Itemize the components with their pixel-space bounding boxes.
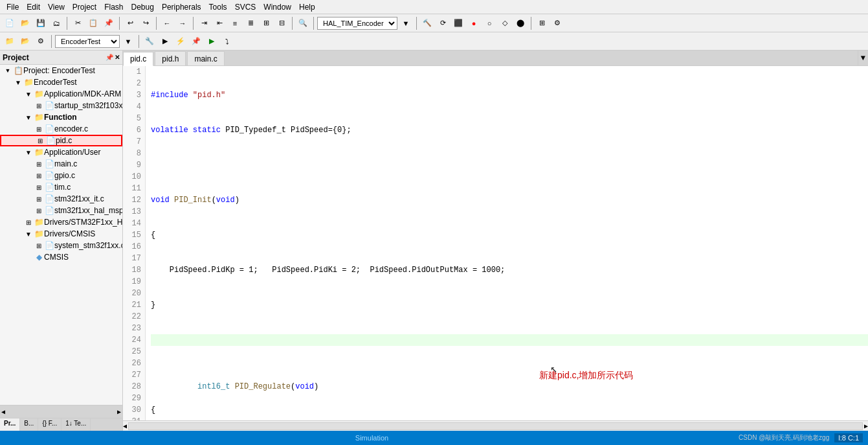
tree-item-cmsis[interactable]: ◆ CMSIS (0, 251, 122, 263)
debug-stop-btn[interactable]: ◇ (498, 16, 512, 30)
new-proj-btn[interactable]: 📁 (3, 34, 17, 49)
tab-pidc[interactable]: pid.c (123, 52, 153, 66)
tab-pidh-label: pid.h (162, 54, 179, 63)
menu-help[interactable]: Help (295, 3, 319, 12)
green-arrow-btn[interactable]: ▶ (205, 34, 219, 49)
tree-item-it[interactable]: ⊞ 📄 stm32f1xx_it.c (0, 193, 122, 205)
tab-te[interactable]: 1↓ Te... (61, 418, 91, 431)
tree-toggle-function: ▼ (23, 114, 34, 121)
forward-btn[interactable]: → (175, 16, 190, 30)
tree-item-msp[interactable]: ⊞ 📄 stm32f1xx_hal_msp.c (0, 205, 122, 216)
tree-item-system[interactable]: ⊞ 📄 system_stm32f1xx.c (0, 240, 122, 251)
cut-btn[interactable]: ✂ (71, 16, 85, 30)
sidebar-left-arrow[interactable]: ◀ (1, 408, 5, 416)
open-btn[interactable]: 📂 (18, 16, 32, 30)
tree-item-pidc[interactable]: ⊞ 📄 pid.c (0, 135, 122, 146)
outdent-btn[interactable]: ⇤ (212, 16, 227, 30)
hscrollbar[interactable] (128, 422, 863, 430)
tab-pidc-label: pid.c (130, 54, 146, 63)
scroll-right-btn[interactable]: ▶ (864, 422, 868, 430)
scroll-left-btn[interactable]: ◀ (123, 422, 127, 430)
tree-item-appuser[interactable]: ▼ 📁 Application/User (0, 146, 122, 158)
tab-f[interactable]: {} F... (38, 418, 61, 431)
tab-mainc[interactable]: main.c (187, 51, 224, 65)
debug-step-btn[interactable]: ○ (482, 16, 496, 30)
chip-btn[interactable]: ▶ (158, 34, 172, 49)
code-content[interactable]: #include "pid.h" volatile static PID_Typ… (146, 66, 868, 420)
build-btn[interactable]: 🔨 (420, 16, 434, 30)
msp-icon: 📄 (44, 206, 54, 215)
window-btn[interactable]: ⊞ (535, 16, 549, 30)
tree-item-tim[interactable]: ⊞ 📄 tim.c (0, 181, 122, 193)
tree-item-encodertest[interactable]: ▼ 📁 EncoderTest (0, 76, 122, 88)
tab-pidh[interactable]: pid.h (155, 51, 186, 65)
menu-flash[interactable]: Flash (100, 3, 127, 12)
menu-window[interactable]: Window (260, 3, 295, 12)
tree-item-startup[interactable]: ⊞ 📄 startup_stm32f103xb.s (0, 100, 122, 111)
sidebar-nav-left[interactable]: ◀ ▶ (0, 405, 122, 418)
format4-btn[interactable]: ⊟ (274, 16, 289, 30)
tree-item-hal[interactable]: ⊞ 📁 Drivers/STM32F1xx_HAL_l (0, 216, 122, 228)
menu-svcs[interactable]: SVCS (231, 3, 260, 12)
gpio-icon: 📄 (44, 171, 54, 180)
project-dropdown[interactable]: EncoderTest (55, 35, 120, 48)
proj-env-btn[interactable]: ⚙ (34, 34, 48, 49)
format2-btn[interactable]: ≣ (243, 16, 258, 30)
proj-drop-btn[interactable]: ▼ (121, 34, 135, 49)
pin-btn[interactable]: 📌 (189, 34, 203, 49)
tree-item-encoder[interactable]: ⊞ 📄 encoder.c (0, 123, 122, 135)
tab-dropdown[interactable]: ▼ (858, 51, 868, 65)
tree-item-mdk[interactable]: ▼ 📁 Application/MDK-ARM (0, 88, 122, 100)
stop-btn[interactable]: ⬛ (451, 16, 465, 30)
tree-item-mainc[interactable]: ⊞ 📄 main.c (0, 158, 122, 170)
function-icon: 📁 (34, 113, 44, 122)
code-line-9: intl6_t PID_Regulate(void) 新建pid.c,增加所示代… (151, 369, 868, 381)
code-editor[interactable]: 12345 678910 1112131415 1617181920 21222… (123, 66, 868, 420)
menu-view[interactable]: View (44, 3, 69, 12)
debug-start-btn[interactable]: ● (467, 16, 481, 30)
tree-item-project[interactable]: ▼ 📋 Project: EncoderTest (0, 65, 122, 76)
save-all-btn[interactable]: 🗂 (49, 16, 63, 30)
copy-btn[interactable]: 📋 (86, 16, 100, 30)
target-opts-btn[interactable]: ▼ (399, 16, 413, 30)
tree-toggle-mainc: ⊞ (34, 161, 44, 168)
flash-btn[interactable]: ⚡ (173, 34, 188, 49)
settings-btn[interactable]: ⚙ (550, 16, 564, 30)
tree-item-function[interactable]: ▼ 📁 Function (0, 111, 122, 123)
open-proj-btn[interactable]: 📂 (18, 34, 32, 49)
sidebar-header: Project 📌 ✕ (0, 51, 122, 65)
code-line-6: PidSpeed.PidKp = 1; PidSpeed.PidKi = 2; … (151, 264, 868, 276)
menu-edit[interactable]: Edit (23, 3, 44, 12)
tab-b[interactable]: B... (20, 418, 38, 431)
redo-btn[interactable]: ↪ (139, 16, 153, 30)
indent-btn[interactable]: ⇥ (197, 16, 211, 30)
format-btn[interactable]: ≡ (228, 16, 242, 30)
target-dropdown[interactable]: HAL_TIM_Encoder (317, 17, 397, 30)
it-icon: 📄 (44, 194, 54, 203)
paste-btn[interactable]: 📌 (102, 16, 116, 30)
tree-item-gpio[interactable]: ⊞ 📄 gpio.c (0, 170, 122, 181)
sep5 (292, 17, 293, 30)
format3-btn[interactable]: ⊞ (259, 16, 273, 30)
new-file-btn[interactable]: 📄 (3, 16, 17, 30)
undo-btn[interactable]: ↩ (123, 16, 137, 30)
menu-tools[interactable]: Tools (205, 3, 231, 12)
sidebar-pin-icon[interactable]: 📌 (106, 54, 113, 61)
menu-debug[interactable]: Debug (128, 3, 158, 12)
sidebar: Project 📌 ✕ ▼ 📋 Project: EncoderTest ▼ 📁… (0, 51, 123, 431)
back-btn[interactable]: ← (160, 16, 174, 30)
tim-icon: 📄 (44, 183, 54, 192)
menu-project[interactable]: Project (69, 3, 100, 12)
sidebar-close-icon[interactable]: ✕ (115, 54, 120, 61)
menu-peripherals[interactable]: Peripherals (158, 3, 205, 12)
menu-file[interactable]: File (3, 3, 23, 12)
wrench-btn[interactable]: 🔧 (142, 34, 157, 49)
load-btn[interactable]: ⤵ (220, 34, 234, 49)
rebuild-btn[interactable]: ⟳ (436, 16, 450, 30)
save-btn[interactable]: 💾 (34, 16, 48, 30)
debug-reset-btn[interactable]: ⬤ (513, 16, 528, 30)
tab-pr[interactable]: Pr... (0, 418, 20, 431)
tree-item-cmsis-folder[interactable]: ▼ 📁 Drivers/CMSIS (0, 228, 122, 240)
find-btn[interactable]: 🔍 (296, 16, 310, 30)
sidebar-right-arrow[interactable]: ▶ (117, 408, 121, 416)
